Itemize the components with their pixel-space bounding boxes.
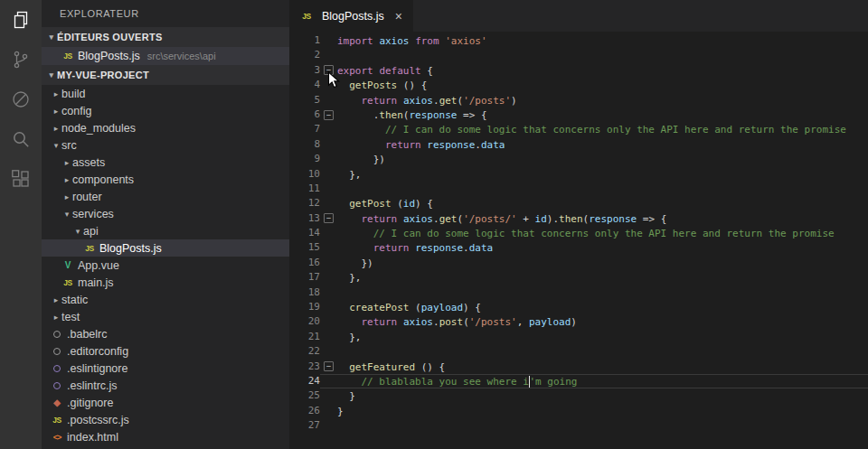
open-editor-item[interactable]: JS BlogPosts.js src\services\api <box>42 47 289 65</box>
project-header[interactable]: ▾ MY-VUE-PROJECT <box>42 65 289 85</box>
js-file-icon: JS <box>51 415 63 426</box>
fold-collapse-icon[interactable]: − <box>320 212 337 225</box>
code-line-9[interactable]: 9 }) <box>289 152 868 166</box>
code-line-15[interactable]: 15 return response.data <box>289 240 868 255</box>
eslint-file-icon <box>51 380 63 391</box>
code-line-10[interactable]: 10 }, <box>289 167 868 182</box>
fold-gutter-space <box>320 301 337 313</box>
code-line-4[interactable]: 4 getPosts () { <box>289 78 868 92</box>
tree-item-gitignore[interactable]: ◆.gitignore <box>42 394 289 411</box>
tree-item-blogposts-js[interactable]: JSBlogPosts.js <box>42 239 289 257</box>
tab-blogposts[interactable]: JS BlogPosts.js × <box>289 0 413 32</box>
fold-gutter-space <box>320 168 337 181</box>
fold-gutter-space <box>320 271 337 284</box>
tree-item-components[interactable]: ▸components <box>42 171 289 188</box>
code-line-17[interactable]: 17 }, <box>289 270 868 285</box>
code-line-13[interactable]: 13− return axios.get('/posts/' + id).the… <box>289 211 868 226</box>
project-title: MY-VUE-PROJECT <box>57 70 149 80</box>
code-line-25[interactable]: 25 } <box>289 388 868 403</box>
tree-item-static[interactable]: ▸static <box>42 291 289 308</box>
tree-item-babelrc[interactable]: .babelrc <box>42 325 289 342</box>
code-line-1[interactable]: 1import axios from 'axios' <box>289 33 868 48</box>
code-line-2[interactable]: 2 <box>289 48 868 62</box>
tree-item-config[interactable]: ▸config <box>42 102 289 119</box>
code-line-24[interactable]: 24 // blablabla you see where i'm going <box>289 374 868 388</box>
line-number: 8 <box>289 137 320 152</box>
code-text: } <box>337 405 344 417</box>
code-line-27[interactable]: 27 <box>289 418 868 433</box>
code-line-21[interactable]: 21 }, <box>289 330 868 344</box>
search-icon[interactable] <box>9 127 33 151</box>
tree-item-label: test <box>61 311 80 323</box>
source-control-icon[interactable] <box>9 48 33 71</box>
code-editor[interactable]: 1import axios from 'axios'23−export defa… <box>289 32 868 449</box>
tree-item-api[interactable]: ▾api <box>42 222 289 239</box>
code-line-26[interactable]: 26} <box>289 404 868 418</box>
tree-item-router[interactable]: ▸router <box>42 188 289 205</box>
tree-item-postcssrc-js[interactable]: JS.postcssrc.js <box>42 411 289 428</box>
code-line-22[interactable]: 22 <box>289 344 868 359</box>
code-line-6[interactable]: 6− .then(response => { <box>289 108 868 122</box>
line-number: 3 <box>289 63 320 78</box>
code-line-18[interactable]: 18 <box>289 285 868 300</box>
code-line-19[interactable]: 19 createPost (payload) { <box>289 300 868 314</box>
chevron-right-icon: ▸ <box>61 158 72 167</box>
line-number: 21 <box>289 330 320 344</box>
tree-item-label: BlogPosts.js <box>99 242 162 255</box>
line-number: 15 <box>289 240 320 255</box>
extensions-icon[interactable] <box>9 167 33 191</box>
code-text: // I can do some logic that concerns onl… <box>337 227 835 239</box>
tree-item-build[interactable]: ▸build <box>42 85 289 102</box>
eslint-file-icon <box>51 363 63 374</box>
chevron-down-icon: ▾ <box>72 227 83 236</box>
code-line-3[interactable]: 3−export default { <box>289 63 868 78</box>
tree-item-index-html[interactable]: <>index.html <box>42 428 289 445</box>
explorer-icon[interactable] <box>9 8 33 32</box>
fold-gutter-space <box>320 375 337 388</box>
js-file-icon: JS <box>61 51 74 61</box>
code-line-23[interactable]: 23− getFeatured () { <box>289 360 868 374</box>
close-icon[interactable]: × <box>395 9 402 23</box>
tree-item-eslintrc-js[interactable]: .eslintrc.js <box>42 377 289 394</box>
gear-file-icon <box>51 346 63 357</box>
code-text: export default { <box>337 64 433 77</box>
fold-gutter-space <box>320 241 337 254</box>
tree-item-src[interactable]: ▾src <box>42 136 289 154</box>
tree-item-editorconfig[interactable]: .editorconfig <box>42 342 289 360</box>
code-line-5[interactable]: 5 return axios.get('/posts') <box>289 93 868 108</box>
open-editors-header[interactable]: ▾ ÉDITEURS OUVERTS <box>42 27 289 47</box>
code-line-12[interactable]: 12 getPost (id) { <box>289 196 868 210</box>
tree-item-services[interactable]: ▾services <box>42 205 289 222</box>
debug-icon[interactable] <box>9 88 33 111</box>
tree-item-label: .postcssrc.js <box>67 414 129 426</box>
tree-item-label: assets <box>72 156 105 169</box>
fold-collapse-icon[interactable]: − <box>320 64 337 77</box>
code-line-7[interactable]: 7 // I can do some logic that concerns o… <box>289 122 868 136</box>
code-line-8[interactable]: 8 return response.data <box>289 137 868 152</box>
tree-item-node-modules[interactable]: ▸node_modules <box>42 119 289 136</box>
fold-gutter-space <box>320 286 337 299</box>
file-tree: ▸build▸config▸node_modules▾src▸assets▸co… <box>42 85 289 445</box>
tree-item-eslintignore[interactable]: .eslintignore <box>42 360 289 377</box>
chevron-right-icon: ▸ <box>51 124 61 133</box>
fold-gutter-space <box>320 153 337 165</box>
code-text: return response.data <box>337 241 493 254</box>
fold-collapse-icon[interactable]: − <box>320 360 337 373</box>
tree-item-label: node_modules <box>61 122 136 135</box>
tree-item-label: router <box>72 191 102 203</box>
fold-gutter-space <box>320 79 337 91</box>
line-number: 23 <box>289 360 320 374</box>
fold-collapse-icon[interactable]: − <box>320 108 337 121</box>
tree-item-app-vue[interactable]: VApp.vue <box>42 257 289 274</box>
code-line-20[interactable]: 20 return axios.post('/posts', payload) <box>289 314 868 329</box>
tree-item-test[interactable]: ▸test <box>42 308 289 325</box>
tree-item-assets[interactable]: ▸assets <box>42 154 289 171</box>
tree-item-label: index.html <box>67 431 118 444</box>
tree-item-main-js[interactable]: JSmain.js <box>42 274 289 291</box>
code-line-11[interactable]: 11 <box>289 182 868 196</box>
code-line-16[interactable]: 16 }) <box>289 256 868 270</box>
line-number: 16 <box>289 256 320 270</box>
chevron-right-icon: ▸ <box>51 313 61 322</box>
code-line-14[interactable]: 14 // I can do some logic that concerns … <box>289 226 868 240</box>
line-number: 4 <box>289 78 320 92</box>
